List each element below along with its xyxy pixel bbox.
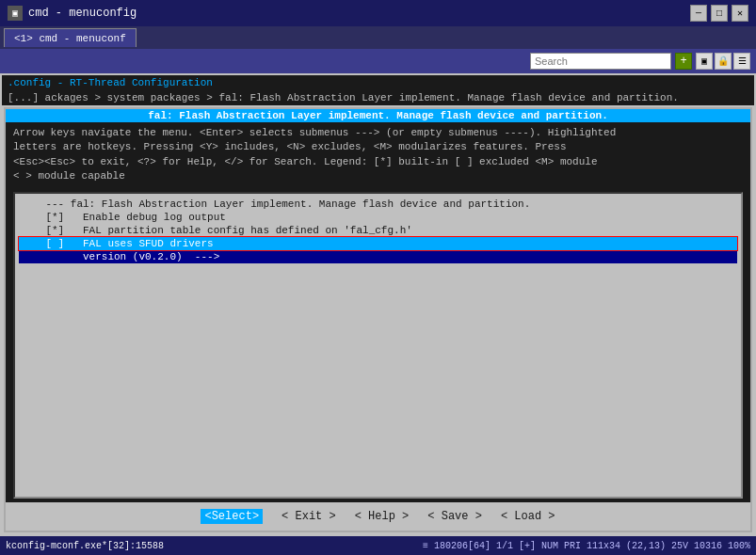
search-input[interactable] — [530, 53, 671, 70]
toolbar: + ▣ 🔒 ☰ — [0, 49, 756, 73]
tab-bar: <1> cmd - menuconf — [0, 26, 756, 49]
add-button[interactable]: + — [675, 53, 692, 70]
status-left: kconfig-mconf.exe*[32]:15588 — [6, 541, 164, 551]
button-bar: <Select> < Exit > < Help > < Save > < Lo… — [6, 502, 750, 531]
help-line-2: letters are hotkeys. Pressing <Y> includ… — [13, 140, 743, 154]
help-button[interactable]: < Help > — [355, 510, 410, 523]
load-button[interactable]: < Load > — [501, 510, 555, 523]
list-item-version[interactable]: version (v0.2.0) ---> — [19, 250, 737, 263]
menu-icon[interactable]: ☰ — [733, 53, 750, 70]
title-bar: ▣ cmd - menuconfig ─ □ ✕ — [0, 0, 756, 26]
maximize-button[interactable]: □ — [711, 5, 728, 22]
lock-icon[interactable]: 🔒 — [715, 53, 732, 70]
status-right: ≡ 180206[64] 1/1 [+] NUM PRI 111x34 (22,… — [423, 541, 750, 551]
window-title: cmd - menuconfig — [28, 7, 137, 20]
list-item-sfud[interactable]: [ ] FAL uses SFUD drivers — [19, 237, 737, 250]
tab-label: <1> cmd - menuconf — [14, 33, 126, 44]
title-bar-left: ▣ cmd - menuconfig — [8, 6, 137, 21]
info-bar: fal: Flash Abstraction Layer implement. … — [6, 109, 750, 122]
save-button[interactable]: < Save > — [427, 510, 482, 523]
help-text-area: Arrow keys navigate the menu. <Enter> se… — [6, 122, 750, 188]
menuconfig-area: fal: Flash Abstraction Layer implement. … — [4, 107, 752, 532]
help-line-3: <Esc><Esc> to exit, <?> for Help, </> fo… — [13, 155, 743, 169]
window-icon: ▣ — [8, 6, 23, 21]
select-button[interactable]: <Select> — [201, 510, 263, 523]
config-header: .config - RT-Thread Configuration — [2, 75, 754, 90]
menu-list-box[interactable]: --- fal: Flash Abstraction Layer impleme… — [13, 192, 743, 499]
status-bar: kconfig-mconf.exe*[32]:15588 ≡ 180206[64… — [0, 536, 756, 555]
exit-button[interactable]: < Exit > — [281, 510, 336, 523]
list-item-partition[interactable]: [*] FAL partition table config has defin… — [19, 224, 737, 237]
path-breadcrumb: [...] ackages > system packages > fal: F… — [2, 90, 754, 105]
list-item-debug[interactable]: [*] Enable debug log output — [19, 211, 737, 224]
help-line-1: Arrow keys navigate the menu. <Enter> se… — [13, 126, 743, 140]
toolbar-icons: ▣ 🔒 ☰ — [696, 53, 750, 70]
main-window: ▣ cmd - menuconfig ─ □ ✕ <1> cmd - menuc… — [0, 0, 756, 555]
path-text: [...] ackages > system packages > fal: F… — [8, 92, 679, 103]
tab-1[interactable]: <1> cmd - menuconf — [4, 28, 137, 47]
view-icon[interactable]: ▣ — [696, 53, 713, 70]
minimize-button[interactable]: ─ — [690, 5, 707, 22]
info-text: fal: Flash Abstraction Layer implement. … — [148, 110, 607, 121]
config-title: .config - RT-Thread Configuration — [8, 77, 213, 88]
list-item-header: --- fal: Flash Abstraction Layer impleme… — [19, 198, 737, 211]
terminal-area: .config - RT-Thread Configuration [...] … — [0, 73, 756, 536]
help-line-4: < > module capable — [13, 169, 743, 183]
window-controls: ─ □ ✕ — [690, 5, 748, 22]
close-button[interactable]: ✕ — [732, 5, 748, 22]
